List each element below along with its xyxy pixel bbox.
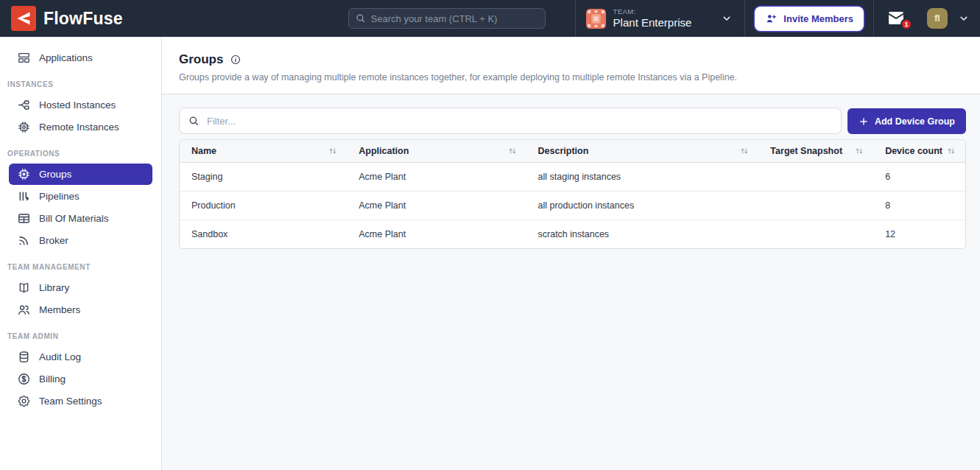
team-name: Plant Enterprise: [613, 16, 692, 29]
sidebar-item-groups[interactable]: Groups: [9, 164, 152, 185]
cell-device-count: 12: [873, 220, 965, 249]
team-search: [348, 8, 546, 29]
plus-icon: [859, 116, 869, 127]
shell: Applications INSTANCES Hosted Instances …: [0, 37, 980, 470]
groups-table: Name Application Description Target Snap…: [179, 139, 966, 249]
navbar-right: TEAM: Plant Enterprise Invite Members: [575, 0, 980, 37]
library-icon: [17, 281, 31, 295]
sidebar-item-label: Team Settings: [39, 396, 102, 407]
page-title: Groups: [179, 52, 223, 67]
team-settings-icon: [17, 394, 31, 408]
cell-target-snapshot: [758, 192, 873, 220]
sidebar-section-operations: OPERATIONS: [0, 150, 161, 158]
cell-application: Acme Plant: [347, 220, 526, 249]
chevron-down-icon[interactable]: [721, 13, 733, 24]
sidebar-section-instances: INSTANCES: [0, 80, 161, 88]
sort-icon[interactable]: [946, 146, 956, 156]
cell-application: Acme Plant: [347, 163, 526, 192]
sidebar-item-bill-of-materials[interactable]: Bill Of Materials: [9, 208, 152, 229]
page-header: Groups Groups provide a way of managing …: [162, 37, 980, 94]
sidebar-item-label: Applications: [39, 52, 93, 63]
sidebar-item-label: Groups: [39, 169, 71, 180]
hosted-instances-icon: [17, 98, 31, 112]
search-input[interactable]: [348, 8, 546, 29]
cell-target-snapshot: [758, 163, 873, 192]
table-row[interactable]: Production Acme Plant all production ins…: [180, 192, 965, 220]
table-row[interactable]: Staging Acme Plant all staging instances…: [180, 163, 965, 192]
filter-box: [179, 108, 842, 134]
invite-wrap: Invite Members: [745, 7, 873, 31]
notifications-button[interactable]: 1: [874, 0, 918, 37]
team-label: TEAM:: [613, 8, 692, 16]
notification-badge: 1: [900, 18, 912, 30]
broker-icon: [17, 234, 31, 248]
sort-icon[interactable]: [739, 146, 750, 156]
filter-input[interactable]: [179, 108, 842, 134]
team-selector[interactable]: TEAM: Plant Enterprise: [576, 0, 745, 37]
invite-members-label: Invite Members: [783, 13, 853, 24]
content-area: Add Device Group Name Application Descri…: [162, 94, 980, 470]
sidebar-item-members[interactable]: Members: [9, 299, 152, 320]
cell-description: scratch instances: [526, 220, 759, 249]
brand-name: FlowFuse: [43, 9, 123, 29]
cell-target-snapshot: [758, 220, 873, 249]
sidebar-item-label: Billing: [39, 373, 66, 385]
avatar[interactable]: fl: [927, 8, 948, 29]
sidebar-item-label: Members: [39, 304, 80, 315]
column-header-name[interactable]: Name: [180, 140, 347, 163]
sidebar-section-team-management: TEAM MANAGEMENT: [0, 263, 161, 271]
cell-name[interactable]: Sandbox: [180, 220, 347, 249]
add-device-group-button[interactable]: Add Device Group: [847, 108, 966, 134]
cell-name[interactable]: Production: [180, 192, 347, 220]
brand[interactable]: FlowFuse: [0, 6, 125, 31]
search-icon: [188, 115, 200, 127]
toolbar: Add Device Group: [179, 108, 966, 134]
column-header-target-snapshot[interactable]: Target Snapshot: [758, 140, 873, 163]
sidebar-item-label: Bill Of Materials: [39, 213, 109, 224]
cell-description: all production instances: [526, 192, 759, 220]
chevron-down-icon[interactable]: [958, 13, 970, 24]
sidebar-item-billing[interactable]: Billing: [9, 368, 152, 390]
sidebar-item-audit-log[interactable]: Audit Log: [9, 346, 152, 368]
bill-of-materials-icon: [17, 211, 31, 225]
sidebar-item-remote-instances[interactable]: Remote Instances: [9, 116, 152, 138]
user-plus-icon: [765, 13, 778, 25]
search-icon: [355, 13, 366, 24]
sidebar-item-label: Broker: [39, 235, 68, 246]
sort-icon[interactable]: [328, 146, 338, 156]
flowfuse-logo-icon: [11, 6, 36, 31]
members-icon: [17, 303, 31, 317]
sidebar-item-hosted-instances[interactable]: Hosted Instances: [9, 94, 152, 116]
column-header-application[interactable]: Application: [347, 140, 526, 163]
cell-name[interactable]: Staging: [180, 163, 347, 192]
sort-icon[interactable]: [507, 146, 518, 156]
sidebar-item-pipelines[interactable]: Pipelines: [9, 186, 152, 207]
main-content: Groups Groups provide a way of managing …: [162, 37, 980, 470]
sidebar-item-label: Library: [39, 282, 69, 293]
sidebar-item-team-settings[interactable]: Team Settings: [9, 390, 152, 412]
sidebar-item-label: Pipelines: [39, 191, 80, 202]
column-header-description[interactable]: Description: [526, 140, 759, 163]
audit-log-icon: [17, 350, 31, 364]
sidebar-item-applications[interactable]: Applications: [9, 47, 152, 69]
cell-device-count: 8: [873, 192, 965, 220]
top-navbar: FlowFuse TEAM:: [0, 0, 980, 37]
remote-instances-icon: [17, 120, 31, 134]
column-header-device-count[interactable]: Device count: [873, 140, 965, 163]
table-row[interactable]: Sandbox Acme Plant scratch instances 12: [180, 220, 965, 249]
pipelines-icon: [17, 189, 31, 203]
team-avatar: [586, 9, 606, 29]
info-icon[interactable]: [230, 54, 242, 66]
sidebar-item-label: Remote Instances: [39, 122, 119, 133]
sort-icon[interactable]: [854, 146, 864, 156]
sidebar-item-broker[interactable]: Broker: [9, 230, 152, 251]
billing-icon: [17, 372, 31, 386]
sidebar-item-library[interactable]: Library: [9, 277, 152, 298]
team-text: TEAM: Plant Enterprise: [613, 8, 692, 29]
cell-description: all staging instances: [526, 163, 759, 192]
invite-members-button[interactable]: Invite Members: [755, 7, 864, 31]
user-menu[interactable]: fl: [918, 8, 980, 29]
table-header-row: Name Application Description Target Snap…: [180, 140, 965, 163]
sidebar-item-label: Audit Log: [39, 351, 81, 362]
groups-icon: [17, 167, 31, 181]
